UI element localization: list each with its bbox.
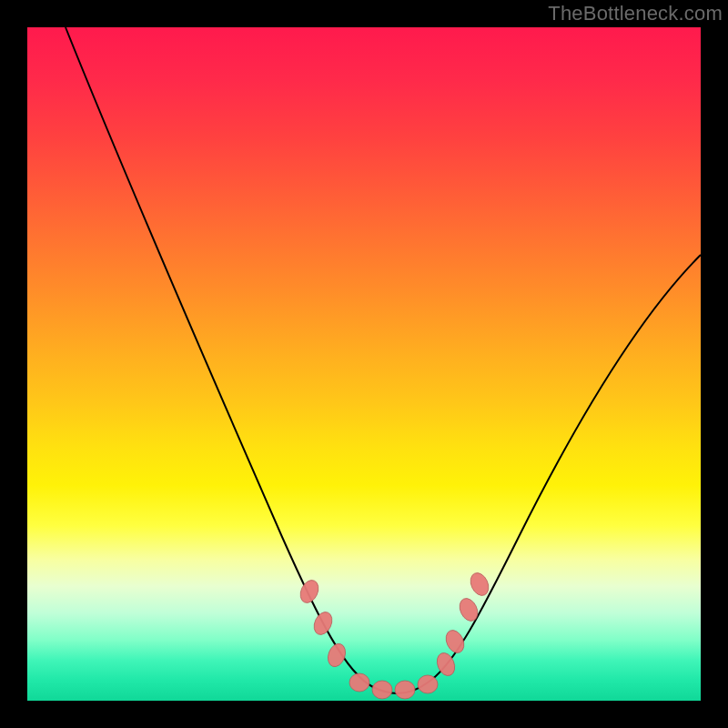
curve-path — [66, 27, 701, 693]
plot-area — [27, 27, 701, 701]
marker-dot — [325, 642, 349, 670]
marker-dot — [418, 675, 438, 693]
marker-dot — [310, 609, 335, 637]
marker-dot — [349, 673, 369, 692]
marker-dot — [456, 595, 480, 623]
marker-dot — [372, 681, 392, 699]
marker-dot — [395, 681, 415, 699]
marker-dot — [467, 570, 491, 598]
marker-dot — [297, 577, 321, 605]
bottleneck-curve — [27, 27, 701, 701]
watermark-text: TheBottleneck.com — [548, 2, 723, 25]
marker-group — [297, 570, 491, 699]
chart-frame: TheBottleneck.com — [0, 0, 728, 728]
marker-dot — [442, 627, 467, 655]
